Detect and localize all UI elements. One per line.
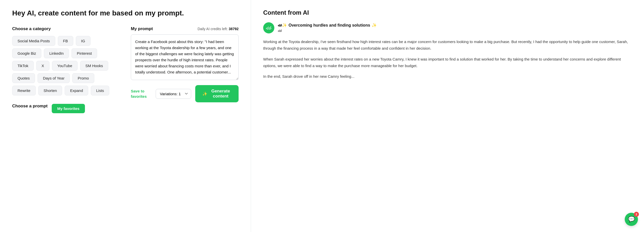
category-btn-promo[interactable]: Promo [72,73,94,83]
ai-result-body: Working at the Toyota dealership, I've s… [263,38,632,80]
ai-result-meta: 🏎✨ Overcoming hurdles and finding soluti… [278,22,632,33]
subtitle-emoji: 🏎 [278,28,632,33]
result-paragraph-2: When Sarah expressed her worries about t… [263,56,632,69]
title-emoji-1: 🏎✨ [278,22,287,28]
right-section-title: Content from AI [263,9,632,16]
category-btn-x[interactable]: X [36,61,49,71]
category-btn-expand[interactable]: Expand [65,86,88,95]
generate-label: Generate content [210,89,231,99]
credits-count: 38792 [229,27,239,31]
category-btn-fb[interactable]: FB [58,36,73,46]
avatar: 🏎 [263,22,274,33]
title-text: Overcoming hurdles and finding solutions [289,22,370,28]
my-favorites-button[interactable]: My favorites [52,104,85,113]
ai-result-header: 🏎 🏎✨ Overcoming hurdles and finding solu… [263,22,632,33]
ai-result-card: 🏎 🏎✨ Overcoming hurdles and finding solu… [263,22,632,80]
credits-text: Daily AI credits left: 38792 [198,27,239,31]
result-paragraph-1: Working at the Toyota dealership, I've s… [263,38,632,52]
category-btn-tiktok[interactable]: TikTok [12,61,34,71]
category-btn-linkedin[interactable]: LinkedIn [44,48,69,58]
category-btn-youtube[interactable]: YouTube [52,61,78,71]
category-btn-days-of-year[interactable]: Days of Year [38,73,70,83]
choose-prompt-title: Choose a prompt [12,104,48,109]
save-to-favorites-link[interactable]: Save to favorites [131,88,152,99]
prompt-actions: Save to favorites Variations: 1 Variatio… [131,85,239,102]
right-panel: Content from AI 🏎 🏎✨ Overcoming hurdles … [251,0,644,232]
result-paragraph-3: In the end, Sarah drove off in her new C… [263,73,632,80]
generate-content-button[interactable]: ✨ Generate content [195,85,239,102]
prompt-section-title: My prompt [131,26,153,31]
page-title: Hey AI, create content for me based on m… [12,9,239,17]
category-btn-google-biz[interactable]: Google Biz [12,48,41,58]
category-btn-ig[interactable]: IG [76,36,91,46]
category-btn-shorten[interactable]: Shorten [38,86,62,95]
category-section-title: Choose a category [12,26,119,31]
wand-icon: ✨ [202,91,207,96]
variations-select-wrap: Variations: 1 Variations: 2 Variations: … [156,89,191,99]
category-grid: Social Media Posts FB IG Google Biz Link… [12,36,119,95]
category-btn-sm-hooks[interactable]: SM Hooks [80,61,108,71]
prompt-header: My prompt Daily AI credits left: 38792 [131,26,239,31]
category-btn-rewrite[interactable]: Rewrite [12,86,36,95]
ai-result-title: 🏎✨ Overcoming hurdles and finding soluti… [278,22,632,28]
prompt-section: My prompt Daily AI credits left: 38792 C… [131,26,239,113]
category-btn-pinterest[interactable]: Pinterest [71,48,97,58]
avatar-icon: 🏎 [266,25,272,31]
category-btn-social-media-posts[interactable]: Social Media Posts [12,36,55,46]
variations-select[interactable]: Variations: 1 Variations: 2 Variations: … [156,89,191,99]
chat-bubble[interactable]: 💬 2 [625,213,638,226]
category-btn-quotes[interactable]: Quotes [12,73,35,83]
category-btn-lists[interactable]: Lists [91,86,109,95]
chat-icon: 💬 [628,216,635,223]
chat-badge: 2 [634,212,639,217]
prompt-textarea[interactable]: Create a Facebook post about this story:… [131,34,239,80]
title-emoji-2: ✨ [372,22,377,28]
prompt-container: Create a Facebook post about this story:… [131,34,239,81]
